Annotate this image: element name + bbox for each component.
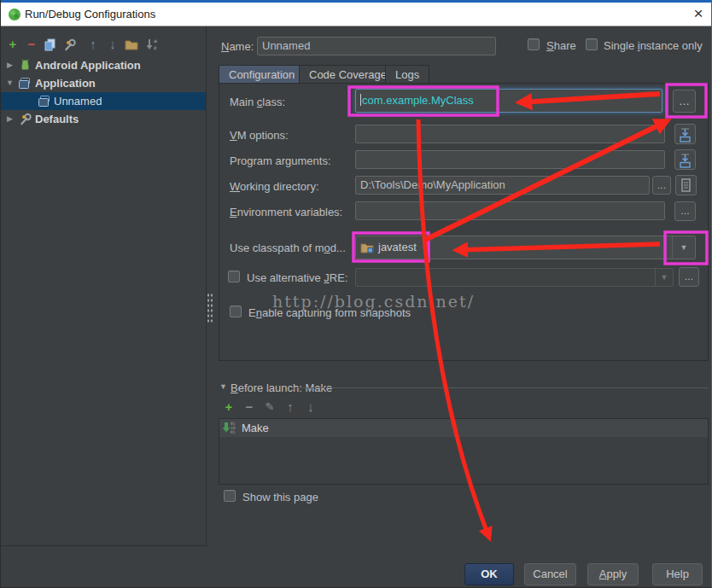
environment-variables-label: Environment variables: [230, 206, 342, 218]
show-this-page-label: Show this page [242, 491, 318, 504]
name-input[interactable]: Unnamed [257, 37, 496, 55]
text-caret [360, 94, 361, 106]
tab-configuration[interactable]: Configuration [219, 65, 305, 84]
jre-dropdown-arrow-icon[interactable]: ▼ [655, 269, 673, 286]
classpath-module-value: javatest [378, 241, 417, 253]
single-instance-checkbox[interactable] [586, 38, 598, 50]
expand-vm-options-button[interactable] [674, 124, 696, 144]
browse-main-class-button[interactable]: … [673, 90, 696, 113]
before-launch-item-make[interactable]: 011001 Make [219, 419, 708, 437]
run-debug-configurations-dialog: Run/Debug Configurations × + − ↑ ↓ az ▶ … [0, 0, 712, 588]
window-title: Run/Debug Configurations [25, 8, 155, 20]
close-icon[interactable]: × [689, 5, 708, 22]
remove-configuration-button[interactable]: − [24, 37, 39, 52]
before-launch-item-label: Make [242, 422, 269, 434]
expand-program-arguments-button[interactable] [674, 149, 696, 170]
share-label: Share [546, 39, 576, 52]
expand-arrow-icon[interactable]: ▶ [7, 110, 13, 128]
macros-working-directory-button[interactable] [675, 175, 697, 195]
expand-field-icon [675, 152, 695, 171]
vm-options-input[interactable] [355, 125, 665, 143]
browse-environment-variables-button[interactable]: … [674, 201, 696, 221]
main-class-label: Main class: [230, 96, 285, 108]
show-this-page-checkbox[interactable] [224, 490, 236, 502]
working-directory-label: Working directory: [230, 180, 319, 193]
tree-item-label: Defaults [35, 110, 79, 128]
wrench-icon [19, 113, 32, 126]
single-instance-label: Single instance only [604, 39, 703, 52]
module-icon [360, 242, 374, 253]
name-label: Name: [221, 40, 254, 53]
tab-logs[interactable]: Logs [385, 65, 429, 84]
sort-az-icon: az [145, 38, 160, 51]
tree-item-application[interactable]: ▼ Application [1, 74, 206, 92]
svg-text:a: a [154, 38, 157, 44]
help-button[interactable]: Help [652, 563, 703, 585]
before-launch-up-button[interactable]: ↑ [283, 399, 298, 415]
before-launch-add-button[interactable]: + [221, 399, 236, 415]
program-arguments-label: Program arguments: [230, 154, 331, 167]
tree-item-label: Unnamed [54, 92, 102, 110]
expand-field-icon [675, 126, 695, 145]
svg-text:01: 01 [231, 430, 236, 434]
application-icon [38, 96, 51, 107]
splitter-handle[interactable] [206, 292, 213, 323]
android-icon [19, 59, 32, 72]
cancel-button[interactable]: Cancel [524, 563, 576, 585]
capture-snapshots-checkbox[interactable] [230, 306, 242, 317]
sort-configurations-button[interactable]: az [145, 38, 160, 53]
move-down-button[interactable]: ↓ [105, 37, 120, 52]
make-icon: 011001 [223, 421, 236, 434]
expand-arrow-icon[interactable]: ▶ [7, 56, 13, 74]
svg-text:z: z [154, 44, 157, 50]
add-configuration-button[interactable]: + [5, 37, 20, 52]
alternative-jre-combobox[interactable]: ▼ [355, 268, 674, 287]
document-list-icon [676, 178, 696, 196]
classpath-module-label: Use classpath of mod... [230, 242, 346, 254]
copy-icon [44, 38, 56, 51]
create-folder-button[interactable] [125, 38, 140, 54]
alternative-jre-checkbox[interactable] [228, 271, 240, 282]
before-launch-collapse-icon[interactable]: ▼ [219, 382, 227, 391]
tree-item-unnamed-selected[interactable]: Unnamed [1, 92, 206, 110]
before-launch-divider [294, 387, 709, 388]
before-launch-edit-button[interactable]: ✎ [262, 399, 277, 415]
alternative-jre-label: Use alternative JRE: [247, 271, 348, 284]
copy-configuration-button[interactable] [44, 38, 59, 54]
browse-working-directory-button[interactable]: … [652, 176, 671, 195]
capture-snapshots-label: Enable capturing form snapshots [248, 306, 411, 319]
environment-variables-input[interactable] [355, 201, 665, 220]
apply-button[interactable]: Apply [587, 563, 639, 585]
move-up-button[interactable]: ↑ [85, 37, 101, 52]
tree-item-defaults[interactable]: ▶ Defaults [1, 110, 206, 128]
app-icon [8, 8, 21, 21]
before-launch-down-button[interactable]: ↓ [303, 399, 318, 415]
tree-item-android-application[interactable]: ▶ Android Application [1, 56, 206, 74]
main-class-input[interactable]: com.example.MyClass [355, 89, 662, 113]
vm-options-label: VM options: [230, 129, 289, 142]
collapse-arrow-icon[interactable]: ▼ [6, 74, 14, 92]
tab-code-coverage[interactable]: Code Coverage [299, 65, 397, 84]
share-checkbox[interactable] [528, 38, 540, 50]
application-icon [19, 78, 32, 89]
edit-defaults-button[interactable] [63, 38, 79, 54]
program-arguments-input[interactable] [355, 150, 665, 169]
before-launch-remove-button[interactable]: − [242, 399, 257, 415]
working-directory-input[interactable]: D:\Tools\Demo\MyApplication [355, 176, 650, 195]
wrench-icon [63, 38, 77, 52]
tree-item-label: Android Application [35, 56, 141, 74]
folder-icon [125, 38, 138, 50]
before-launch-list: 011001 Make [219, 418, 709, 485]
tree-item-label: Application [35, 74, 96, 92]
browse-jre-button[interactable]: … [679, 267, 699, 287]
classpath-module-combobox[interactable]: javatest ▼ [355, 236, 696, 259]
classpath-dropdown-arrow-icon[interactable]: ▼ [672, 236, 695, 259]
ok-button[interactable]: OK [464, 563, 514, 585]
